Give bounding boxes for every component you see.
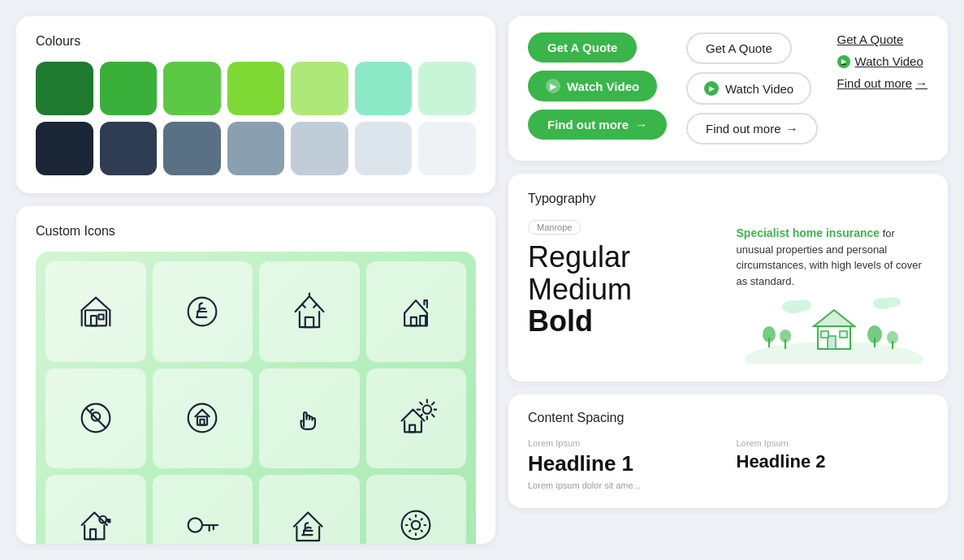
btn-col-link: Get A Quote ▶ Watch Video Find out more … — [837, 32, 928, 90]
find-more-button-2[interactable]: Find out more → — [686, 113, 818, 144]
icon-house-partial — [366, 261, 467, 362]
btn-col-outline: Get A Quote ▶ Watch Video Find out more … — [686, 32, 818, 144]
svg-rect-10 — [197, 417, 207, 425]
spacing-body-1: Lorem ipsum dolor sit ame... — [528, 480, 720, 492]
typography-title: Typography — [528, 192, 928, 206]
play-icon-2: ▶ — [704, 81, 719, 96]
icon-house-shield — [153, 368, 253, 469]
svg-rect-22 — [90, 529, 96, 539]
swatch-6 — [355, 62, 413, 115]
svg-point-43 — [887, 331, 898, 344]
watch-video-button-1[interactable]: ▶ Watch Video — [528, 71, 657, 101]
swatch-12 — [291, 122, 348, 175]
content-spacing-card: Content Spacing Lorem Ipsum Headline 1 L… — [508, 394, 948, 508]
play-icon-1: ▶ — [546, 79, 560, 93]
typography-right: Specialist home insurance for unusual pr… — [737, 219, 929, 364]
svg-point-29 — [412, 521, 420, 529]
svg-line-19 — [432, 415, 434, 417]
spacing-col-2: Lorem Ipsum Headline 2 — [737, 438, 929, 492]
typography-card: Typography Manrope Regular Medium Bold S… — [508, 174, 948, 381]
swatch-5 — [291, 62, 348, 115]
typo-green-text: Specialist home insurance — [737, 226, 880, 239]
get-quote-button-2[interactable]: Get A Quote — [686, 32, 792, 64]
buttons-layout: Get A Quote ▶ Watch Video Find out more … — [528, 32, 928, 144]
colours-card: Colours — [16, 16, 495, 193]
headline-2: Headline 2 — [737, 451, 929, 472]
svg-point-45 — [795, 299, 811, 311]
colour-row-greens — [36, 62, 476, 115]
icon-key — [153, 475, 253, 544]
icon-house-pound — [259, 475, 360, 544]
content-spacing-title: Content Spacing — [528, 411, 928, 425]
icon-pound — [153, 261, 253, 362]
arrow-icon-1: → — [635, 118, 647, 131]
typo-regular: Regular — [528, 241, 720, 274]
get-quote-button-3[interactable]: Get A Quote — [837, 32, 904, 46]
find-more-button-3[interactable]: Find out more → — [837, 76, 928, 90]
swatch-1 — [36, 62, 93, 115]
find-more-label-3: Find out more — [837, 76, 913, 90]
headline-1: Headline 1 — [528, 451, 720, 476]
icons-grid-wrapper — [36, 252, 476, 544]
watch-video-label-3: Watch Video — [855, 54, 923, 68]
swatch-3 — [163, 62, 221, 115]
svg-rect-39 — [840, 331, 847, 338]
typo-illustration — [737, 299, 929, 364]
spacing-inner: Lorem Ipsum Headline 1 Lorem ipsum dolor… — [528, 438, 928, 492]
svg-point-32 — [763, 326, 776, 342]
typography-samples: Regular Medium Bold — [528, 241, 720, 338]
svg-rect-1 — [91, 316, 97, 325]
typography-inner: Manrope Regular Medium Bold Specialist h… — [528, 219, 928, 364]
swatch-2 — [100, 62, 158, 115]
spacing-col-1: Lorem Ipsum Headline 1 Lorem ipsum dolor… — [528, 438, 720, 492]
swatch-13 — [355, 122, 413, 175]
svg-marker-36 — [814, 310, 854, 326]
watch-video-label-2: Watch Video — [725, 82, 793, 96]
play-icon-3: ▶ — [837, 55, 850, 68]
svg-point-34 — [780, 330, 791, 342]
svg-point-47 — [884, 297, 901, 307]
svg-line-20 — [432, 403, 434, 405]
typo-bold: Bold — [528, 305, 720, 338]
typo-medium: Medium — [528, 274, 720, 306]
font-label: Manrope — [528, 220, 581, 235]
icon-house-sun — [366, 368, 467, 469]
icon-house — [45, 261, 146, 362]
icon-no-cross — [45, 368, 146, 469]
find-more-button-1[interactable]: Find out more → — [528, 110, 667, 140]
lorem-label-2: Lorem Ipsum — [737, 438, 929, 448]
icons-grid — [45, 261, 466, 544]
watch-video-button-3[interactable]: ▶ Watch Video — [837, 54, 923, 68]
get-quote-button-1[interactable]: Get A Quote — [528, 32, 637, 62]
typography-left: Manrope Regular Medium Bold — [528, 219, 720, 364]
svg-rect-12 — [409, 425, 415, 433]
colours-grid — [36, 62, 476, 175]
buttons-card: Get A Quote ▶ Watch Video Find out more … — [508, 16, 948, 161]
svg-point-9 — [188, 404, 217, 433]
swatch-8 — [36, 122, 93, 175]
btn-col-filled: Get A Quote ▶ Watch Video Find out more … — [528, 32, 667, 140]
colours-title: Colours — [36, 34, 476, 49]
svg-line-7 — [86, 408, 106, 428]
swatch-11 — [227, 122, 285, 175]
swatch-14 — [418, 122, 476, 175]
svg-point-13 — [423, 406, 431, 414]
svg-point-24 — [188, 518, 202, 532]
svg-line-18 — [420, 403, 422, 405]
watch-video-button-2[interactable]: ▶ Watch Video — [686, 72, 811, 105]
svg-rect-5 — [411, 317, 417, 325]
find-more-label-2: Find out more — [706, 122, 781, 136]
icon-stop-hand — [259, 368, 360, 469]
icon-house-peak — [259, 261, 360, 362]
arrow-icon-3: → — [915, 76, 927, 90]
colour-row-darks — [36, 122, 476, 175]
icons-title: Custom Icons — [36, 224, 476, 239]
arrow-icon-2: → — [786, 122, 798, 136]
swatch-10 — [163, 122, 221, 175]
icon-house-key — [45, 475, 146, 544]
swatch-7 — [418, 62, 476, 115]
custom-icons-card: Custom Icons — [16, 206, 495, 544]
svg-rect-4 — [305, 317, 313, 327]
typography-description: Specialist home insurance for unusual pr… — [737, 226, 929, 289]
svg-point-8 — [92, 412, 100, 420]
